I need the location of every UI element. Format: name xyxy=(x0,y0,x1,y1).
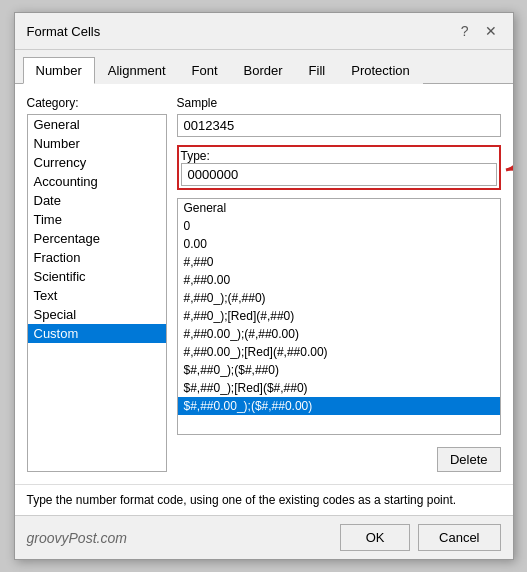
format-item-general[interactable]: General xyxy=(178,199,500,217)
brand-text: groovyPost.com xyxy=(27,530,127,546)
category-item-text[interactable]: Text xyxy=(28,286,166,305)
format-item-dollar0paren[interactable]: $#,##0_);($#,##0) xyxy=(178,361,500,379)
category-item-time[interactable]: Time xyxy=(28,210,166,229)
help-button[interactable]: ? xyxy=(457,21,473,41)
format-item-0[interactable]: 0 xyxy=(178,217,500,235)
category-item-percentage[interactable]: Percentage xyxy=(28,229,166,248)
dialog-title: Format Cells xyxy=(27,24,101,39)
category-label: Category: xyxy=(27,96,167,110)
format-item-dollar0red[interactable]: $#,##0_);[Red]($#,##0) xyxy=(178,379,500,397)
category-item-number[interactable]: Number xyxy=(28,134,166,153)
tab-number[interactable]: Number xyxy=(23,57,95,84)
format-item-hash0red[interactable]: #,##0_);[Red](#,##0) xyxy=(178,307,500,325)
footer-buttons: OK Cancel xyxy=(340,524,500,551)
cancel-button[interactable]: Cancel xyxy=(418,524,500,551)
tab-font[interactable]: Font xyxy=(179,57,231,84)
category-item-date[interactable]: Date xyxy=(28,191,166,210)
format-item-hash0.00paren[interactable]: #,##0.00_);(#,##0.00) xyxy=(178,325,500,343)
category-item-custom[interactable]: Custom xyxy=(28,324,166,343)
category-item-fraction[interactable]: Fraction xyxy=(28,248,166,267)
type-section: Type: xyxy=(177,145,501,190)
format-item-hash0.00red[interactable]: #,##0.00_);[Red](#,##0.00) xyxy=(178,343,500,361)
close-button[interactable]: ✕ xyxy=(481,21,501,41)
sample-value: 0012345 xyxy=(177,114,501,137)
arrow-annotation xyxy=(496,140,513,190)
format-item-hash0.00[interactable]: #,##0.00 xyxy=(178,271,500,289)
category-item-general[interactable]: General xyxy=(28,115,166,134)
delete-button[interactable]: Delete xyxy=(437,447,501,472)
description: Type the number format code, using one o… xyxy=(15,484,513,515)
category-item-accounting[interactable]: Accounting xyxy=(28,172,166,191)
tab-protection[interactable]: Protection xyxy=(338,57,423,84)
category-item-currency[interactable]: Currency xyxy=(28,153,166,172)
tab-alignment[interactable]: Alignment xyxy=(95,57,179,84)
format-item-hash0[interactable]: #,##0 xyxy=(178,253,500,271)
tab-fill[interactable]: Fill xyxy=(296,57,339,84)
format-list[interactable]: General 0 0.00 #,##0 #,##0.00 #,##0_);(#… xyxy=(177,198,501,435)
title-bar: Format Cells ? ✕ xyxy=(15,13,513,50)
type-red-box: Type: xyxy=(177,145,501,190)
category-list[interactable]: General Number Currency Accounting Date … xyxy=(27,114,167,472)
ok-button[interactable]: OK xyxy=(340,524,410,551)
category-panel: Category: General Number Currency Accoun… xyxy=(27,96,167,472)
main-content: Category: General Number Currency Accoun… xyxy=(15,84,513,484)
sample-group: Sample 0012345 xyxy=(177,96,501,137)
delete-row: Delete xyxy=(177,447,501,472)
footer: groovyPost.com OK Cancel xyxy=(15,515,513,559)
type-label: Type: xyxy=(181,149,497,163)
format-list-container: General 0 0.00 #,##0 #,##0.00 #,##0_);(#… xyxy=(177,198,501,435)
sample-label: Sample xyxy=(177,96,501,110)
title-icons: ? ✕ xyxy=(457,21,501,41)
category-item-scientific[interactable]: Scientific xyxy=(28,267,166,286)
type-input[interactable] xyxy=(181,163,497,186)
tab-border[interactable]: Border xyxy=(231,57,296,84)
category-item-special[interactable]: Special xyxy=(28,305,166,324)
format-cells-dialog: Format Cells ? ✕ Number Alignment Font B… xyxy=(14,12,514,560)
format-item-0.00[interactable]: 0.00 xyxy=(178,235,500,253)
tab-bar: Number Alignment Font Border Fill Protec… xyxy=(15,50,513,84)
format-item-hash0paren[interactable]: #,##0_);(#,##0) xyxy=(178,289,500,307)
format-item-dollar0.00paren[interactable]: $#,##0.00_);($#,##0.00) xyxy=(178,397,500,415)
right-panel: Sample 0012345 Type: xyxy=(177,96,501,472)
